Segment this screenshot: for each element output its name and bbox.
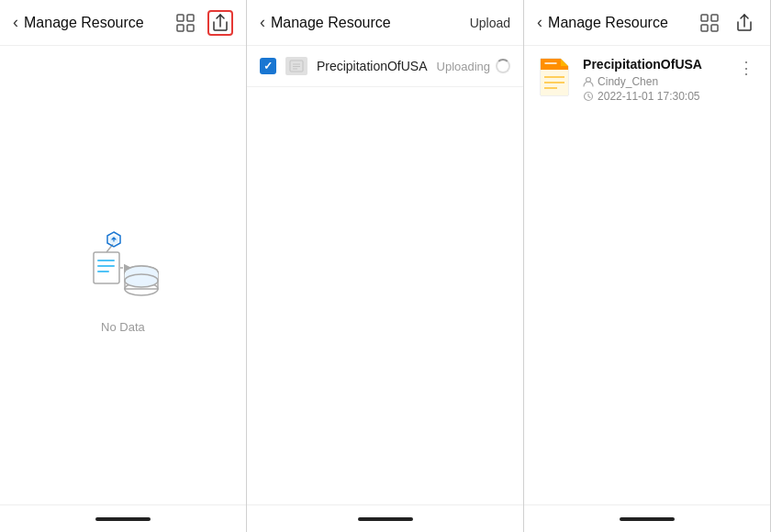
panel3-bottom-bar xyxy=(524,504,770,532)
panel2-back-btn[interactable]: ‹ xyxy=(260,13,265,32)
file-thumb-icon xyxy=(289,60,304,72)
panel3-title: Manage Resource xyxy=(548,15,668,31)
panel-uploading: ‹ Manage Resource Upload ✓ Precipitation… xyxy=(247,0,524,532)
panel1-title: Manage Resource xyxy=(24,15,144,31)
panel2-home-indicator xyxy=(358,517,413,521)
panel-no-data: ‹ Manage Resource xyxy=(0,0,247,532)
grid-icon xyxy=(175,13,196,33)
no-data-illustration xyxy=(68,217,178,309)
upload-item-name: PrecipitationOfUSA xyxy=(317,59,428,73)
panel2-title: Manage Resource xyxy=(271,15,391,31)
no-data-label: No Data xyxy=(101,320,145,334)
file-owner: Cindy_Chen xyxy=(598,75,658,88)
file-owner-row: Cindy_Chen xyxy=(583,75,726,88)
panel1-header-right xyxy=(173,10,233,36)
panel3-header-right xyxy=(697,10,757,36)
panel3-grid-icon-btn[interactable] xyxy=(697,10,722,36)
panel-file-list: ‹ Manage Resource xyxy=(524,0,771,532)
grid-icon xyxy=(699,13,720,33)
svg-rect-21 xyxy=(711,15,718,21)
file-meta: PrecipitationOfUSA Cindy_Chen 2022-11-01… xyxy=(583,57,726,105)
panel3-back-btn[interactable]: ‹ xyxy=(537,13,542,32)
panel1-content: No Data xyxy=(0,46,246,504)
checkmark-icon: ✓ xyxy=(263,60,273,72)
share-icon xyxy=(212,14,229,32)
panel3-header: ‹ Manage Resource xyxy=(524,0,770,46)
panel2-bottom-bar xyxy=(247,504,523,532)
svg-rect-3 xyxy=(187,25,194,31)
panel3-home-indicator xyxy=(620,517,675,521)
upload-spinner xyxy=(496,59,510,73)
clock-icon xyxy=(583,91,594,102)
file-list-item: PrecipitationOfUSA Cindy_Chen 2022-11-01… xyxy=(524,46,770,116)
share-icon xyxy=(736,14,753,32)
file-icon-svg xyxy=(537,57,572,97)
panel1-header: ‹ Manage Resource xyxy=(0,0,246,46)
svg-rect-10 xyxy=(94,252,119,283)
panel2-header-left: ‹ Manage Resource xyxy=(260,13,391,32)
svg-rect-22 xyxy=(701,25,708,31)
panel2-header: ‹ Manage Resource Upload xyxy=(247,0,523,46)
uploading-label: Uploading xyxy=(437,60,491,73)
person-icon xyxy=(583,76,594,87)
svg-rect-23 xyxy=(711,25,718,31)
item-checkbox[interactable]: ✓ xyxy=(260,58,276,74)
panel1-share-icon-btn[interactable] xyxy=(207,10,233,36)
panel1-grid-icon-btn[interactable] xyxy=(173,10,198,36)
panel2-header-right: Upload xyxy=(470,16,510,30)
panel3-share-icon-btn[interactable] xyxy=(732,10,757,36)
file-thumb-small xyxy=(285,57,307,75)
svg-rect-16 xyxy=(290,61,303,72)
panel1-home-indicator xyxy=(95,517,151,521)
no-data-container: No Data xyxy=(0,46,246,504)
more-options-btn[interactable]: ⋮ xyxy=(735,57,757,79)
more-vert-icon: ⋮ xyxy=(738,58,754,78)
svg-rect-2 xyxy=(177,25,184,31)
svg-rect-0 xyxy=(177,15,184,21)
file-icon-large xyxy=(537,57,574,97)
panel1-header-left: ‹ Manage Resource xyxy=(13,13,144,32)
panel1-bottom-bar xyxy=(0,504,246,532)
panel1-back-btn[interactable]: ‹ xyxy=(13,13,18,32)
file-date-row: 2022-11-01 17:30:05 xyxy=(583,90,726,103)
panel3-content: PrecipitationOfUSA Cindy_Chen 2022-11-01… xyxy=(524,46,770,504)
file-date: 2022-11-01 17:30:05 xyxy=(598,90,699,103)
panel2-content: ✓ PrecipitationOfUSA Uploading xyxy=(247,46,523,504)
panel3-header-left: ‹ Manage Resource xyxy=(537,13,668,32)
svg-point-9 xyxy=(125,274,158,287)
svg-rect-20 xyxy=(701,15,708,21)
svg-rect-1 xyxy=(187,15,194,21)
file-name: PrecipitationOfUSA xyxy=(583,57,726,72)
uploading-status: Uploading xyxy=(437,59,511,73)
upload-list-item: ✓ PrecipitationOfUSA Uploading xyxy=(247,46,523,87)
panel2-upload-btn[interactable]: Upload xyxy=(470,16,510,30)
